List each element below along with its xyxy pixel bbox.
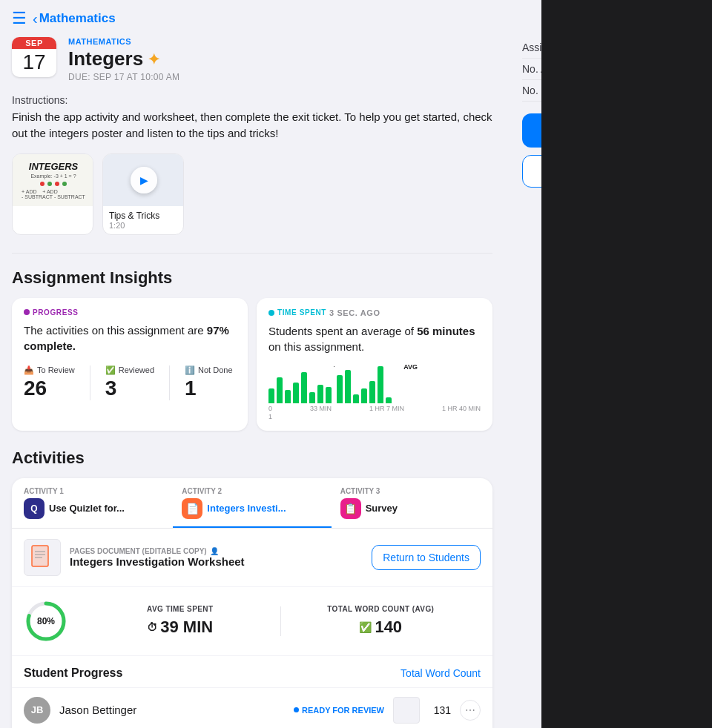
activities-section: ACTIVITY 1 Q Use Quizlet for... ACTIVITY…	[12, 478, 492, 729]
calendar-icon: SEP 17	[12, 37, 56, 77]
integers-thumb: INTEGERS Example: -3 + 1 = ? + ADD + ADD…	[13, 154, 93, 206]
bar-2	[277, 377, 283, 403]
attachments: INTEGERS Example: -3 + 1 = ? + ADD + ADD…	[12, 153, 492, 235]
student-name-1: Jason Bettinger	[59, 704, 285, 716]
avg-word-value: ✅ 140	[290, 618, 472, 637]
instructions-text: Finish the app activity and worksheet, t…	[12, 109, 492, 142]
avg-bar	[334, 366, 334, 367]
progress-ring-label: 80%	[37, 616, 55, 626]
calendar-day: 17	[12, 49, 56, 77]
play-button-icon[interactable]: ▶	[131, 167, 157, 193]
chart-label-33min: 33 MIN	[310, 405, 332, 412]
right-black-panel	[541, 0, 712, 728]
not-done-label: ℹ️ Not Done	[185, 365, 232, 375]
survey-icon: 📋	[340, 498, 361, 519]
bar-1	[268, 388, 274, 403]
bar-chart	[268, 366, 481, 403]
video-title: Tips & Tricks	[109, 211, 177, 221]
student-avatar-jb: JB	[24, 697, 50, 724]
bar-10	[345, 370, 351, 403]
bar-6	[309, 392, 315, 403]
pages-icon: 📄	[182, 498, 202, 519]
sidebar-toggle-icon[interactable]: ☰	[12, 9, 27, 28]
tab-2-name: Integers Investi...	[207, 503, 286, 514]
bar-4	[293, 383, 299, 403]
return-to-students-button[interactable]: Return to Students	[372, 545, 481, 570]
bar-11	[353, 394, 359, 403]
time-spent-card: TIME SPENT 3 sec. ago Students spent an …	[257, 298, 492, 431]
stat-divider-2	[169, 365, 170, 400]
document-type: PAGES DOCUMENT (EDITABLE COPY) 👤	[70, 547, 372, 555]
to-review-value: 26	[24, 377, 75, 400]
quizlet-icon: Q	[24, 498, 44, 519]
insights-grid: PROGRESS The activities on this assignme…	[12, 298, 492, 431]
avg-time-value: ⏱ 39 MIN	[89, 618, 271, 637]
video-thumb: ▶	[103, 154, 184, 206]
student-more-1[interactable]: ⋯	[460, 700, 481, 721]
bar-3	[285, 390, 291, 403]
section-divider	[12, 253, 492, 254]
document-details: PAGES DOCUMENT (EDITABLE COPY) 👤 Integer…	[70, 547, 372, 568]
progress-tag: PROGRESS	[24, 308, 236, 317]
student-status-1: READY FOR REVIEW	[294, 706, 384, 715]
tab-1-name: Use Quizlet for...	[49, 503, 125, 514]
progress-dot-icon	[24, 309, 30, 315]
not-done-stat: ℹ️ Not Done 1	[185, 365, 232, 400]
to-review-label: 📥 To Review	[24, 365, 75, 375]
time-text: Students spent an average of 56 minutes …	[268, 323, 481, 354]
bar-14	[378, 366, 383, 403]
student-row-1: JB Jason Bettinger READY FOR REVIEW 131 …	[12, 687, 492, 729]
chart-x-labels: 0 33 MIN 1 HR 7 MIN 1 HR 40 MIN	[268, 405, 481, 412]
activity-tab-3[interactable]: ACTIVITY 3 📋 Survey	[332, 478, 490, 528]
total-word-count-link[interactable]: Total Word Count	[400, 667, 481, 679]
progress-card: PROGRESS The activities on this assignme…	[12, 298, 248, 431]
avg-time-label: AVG TIME SPENT	[89, 605, 271, 613]
bar-15	[386, 397, 392, 403]
student-progress-title: Student Progress	[24, 666, 122, 680]
bar-8	[326, 387, 332, 403]
bar-7	[317, 385, 323, 403]
left-panel: SEP 17 MATHEMATICS Integers ✦ DUE: SEP 1…	[12, 37, 507, 728]
activity-tabs: ACTIVITY 1 Q Use Quizlet for... ACTIVITY…	[12, 478, 492, 529]
video-duration: 1:20	[109, 221, 177, 230]
progress-text: The activities on this assignment are 97…	[24, 322, 236, 354]
avg-time-stat: AVG TIME SPENT ⏱ 39 MIN	[80, 605, 280, 637]
attachment-integers[interactable]: INTEGERS Example: -3 + 1 = ? + ADD + ADD…	[12, 153, 93, 235]
bar-5	[301, 372, 307, 403]
chart-label-1hr7min: 1 HR 7 MIN	[369, 405, 404, 412]
bar-12	[361, 388, 367, 403]
chart-y-label: 1	[268, 413, 481, 420]
stats-row: 📥 To Review 26 ✅ Reviewed 3	[24, 365, 236, 400]
chart-label-1hr40min: 1 HR 40 MIN	[442, 405, 481, 412]
bar-13	[369, 381, 375, 403]
activity-tab-2[interactable]: ACTIVITY 2 📄 Integers Investi...	[173, 478, 331, 528]
reviewed-label: ✅ Reviewed	[105, 365, 154, 375]
student-count-1: 131	[429, 704, 451, 716]
bar-9	[337, 375, 343, 403]
reviewed-stat: ✅ Reviewed 3	[105, 365, 154, 400]
avg-word-stat: TOTAL WORD COUNT (AVG) ✅ 140	[281, 605, 481, 637]
svg-rect-0	[32, 546, 48, 566]
time-dot-icon	[268, 310, 274, 316]
avg-stats-row: 80% AVG TIME SPENT ⏱ 39 MIN TOTAL WORD C…	[12, 587, 492, 656]
student-progress-header: Student Progress Total Word Count	[12, 656, 492, 687]
subject-label: MATHEMATICS	[68, 37, 492, 46]
instructions-label: Instructions:	[12, 94, 492, 106]
tab-3-number: ACTIVITY 3	[340, 487, 380, 495]
to-review-stat: 📥 To Review 26	[24, 365, 75, 400]
back-button[interactable]: ‹ Mathematics	[33, 10, 116, 27]
attachment-video[interactable]: ▶ Tips & Tricks 1:20	[102, 153, 184, 235]
tab-2-number: ACTIVITY 2	[182, 487, 222, 495]
document-thumbnail	[24, 539, 61, 576]
assignment-header: SEP 17 MATHEMATICS Integers ✦ DUE: SEP 1…	[12, 37, 492, 82]
student-thumb-1[interactable]	[393, 697, 420, 724]
calendar-month: SEP	[12, 37, 56, 49]
activity-tab-1[interactable]: ACTIVITY 1 Q Use Quizlet for...	[15, 478, 173, 528]
back-chevron-icon: ‹	[33, 10, 38, 27]
document-info: PAGES DOCUMENT (EDITABLE COPY) 👤 Integer…	[12, 529, 492, 587]
time-spent-tag: TIME SPENT 3 sec. ago	[268, 308, 481, 317]
assignment-info: MATHEMATICS Integers ✦ DUE: SEP 17 AT 10…	[68, 37, 492, 82]
nav-back-label: Mathematics	[39, 11, 116, 26]
avg-stat-group: AVG TIME SPENT ⏱ 39 MIN TOTAL WORD COUNT…	[80, 605, 481, 637]
insights-title: Assignment Insights	[12, 268, 492, 288]
